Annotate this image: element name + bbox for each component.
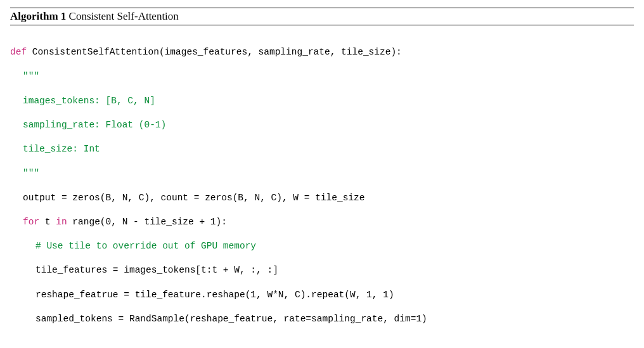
- comment-line: # Use tile to override out of GPU memory: [10, 240, 634, 252]
- algorithm-header: Algorithm 1 Consistent Self-Attention: [10, 8, 634, 25]
- keyword-in: in: [56, 217, 67, 227]
- algorithm-number: Algorithm 1: [10, 10, 66, 22]
- code-fn-sig: ConsistentSelfAttention(images_features,…: [27, 47, 402, 57]
- algorithm-title: Consistent Self-Attention: [69, 10, 179, 22]
- code-line-def: def ConsistentSelfAttention(images_featu…: [10, 46, 634, 58]
- docstring-open: """: [10, 70, 634, 82]
- code-line: sampled_tokens = RandSample(reshape_feat…: [10, 313, 634, 325]
- docstring-line: images_tokens: [B, C, N]: [10, 95, 634, 107]
- code-line-for: for t in range(0, N - tile_size + 1):: [10, 216, 634, 228]
- keyword-def: def: [10, 47, 27, 57]
- code-text: range(0, N - tile_size + 1):: [67, 217, 227, 227]
- docstring-line: tile_size: Int: [10, 143, 634, 155]
- docstring-line: sampling_rate: Float (0-1): [10, 119, 634, 131]
- algorithm-body: def ConsistentSelfAttention(images_featu…: [10, 25, 634, 348]
- keyword-for: for: [23, 217, 39, 227]
- docstring-close: """: [10, 167, 634, 179]
- code-text: t: [39, 217, 56, 227]
- code-line: reshape_featrue = tile_feature.reshape(1…: [10, 289, 634, 301]
- code-line: output = zeros(B, N, C), count = zeros(B…: [10, 192, 634, 204]
- code-line: tile_features = images_tokens[t:t + W, :…: [10, 264, 634, 276]
